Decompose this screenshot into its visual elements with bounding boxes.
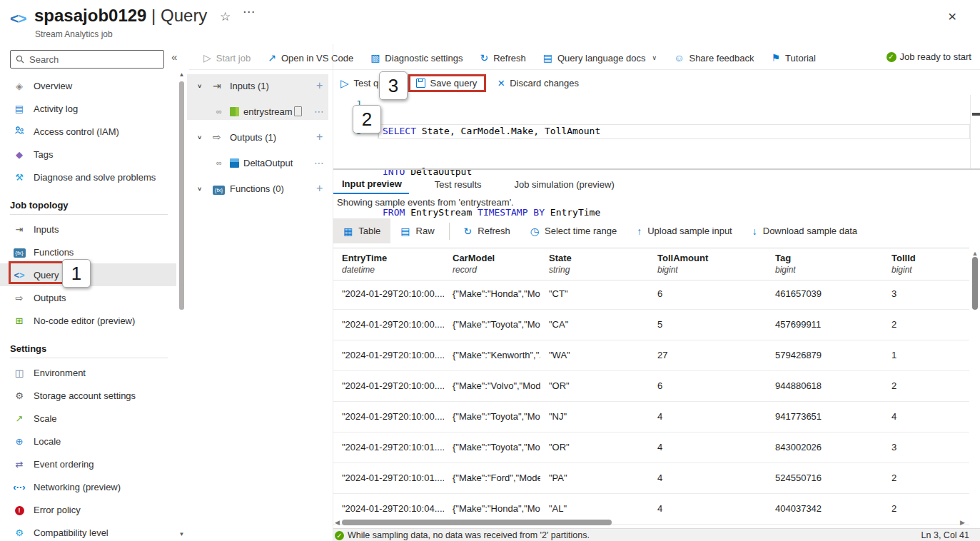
preview-toolbar: ▦Table ▤Raw ↻Refresh ◷Select time range … (333, 218, 867, 243)
scroll-up-icon[interactable]: ▲ (178, 71, 186, 78)
table-vertical-scrollbar[interactable]: ▲ ▼ (970, 250, 980, 541)
sidebar-scrollbar[interactable]: ▲ ▼ (178, 71, 186, 541)
sidebar-item-tags[interactable]: ◆Tags (0, 143, 176, 166)
sample-events-text: Showing sample events from 'entrystream'… (337, 197, 514, 208)
scroll-right-icon[interactable]: ▶ (960, 519, 965, 526)
tree-group-functions[interactable]: ∨ {fx} Functions (0) + (186, 178, 333, 198)
table-cell: "2024-01-29T20:10:00.... (333, 340, 444, 370)
raw-view-button[interactable]: ▤Raw (390, 218, 444, 243)
table-cell: {"Make":"Toyota","Mo... (444, 310, 540, 340)
sidebar-item-storage-account-settings[interactable]: ⚙Storage account settings (0, 384, 176, 407)
more-options-icon[interactable]: ⋯ (243, 4, 255, 19)
outputs-icon: ⇨ (13, 293, 26, 303)
sidebar-item-no-code-editor[interactable]: ⊞No-code editor (preview) (0, 309, 176, 332)
table-view-button[interactable]: ▦Table (333, 218, 390, 243)
sidebar-item-scale[interactable]: ↗Scale (0, 407, 176, 430)
event-hub-icon (230, 107, 239, 116)
table-cell: 2 (883, 371, 969, 401)
section-heading-settings: Settings (0, 340, 176, 356)
sidebar-item-outputs[interactable]: ⇨Outputs (0, 286, 176, 309)
search-input[interactable]: Search (10, 50, 164, 69)
table-horizontal-scrollbar[interactable]: ◀ ▶ (333, 518, 969, 527)
scroll-left-icon[interactable]: ◀ (335, 519, 340, 526)
add-function-button[interactable]: + (316, 182, 323, 195)
refresh-sample-button[interactable]: ↻Refresh (454, 218, 520, 243)
section-heading-job-topology: Job topology (0, 197, 176, 213)
favorite-star-icon[interactable]: ☆ (220, 9, 231, 24)
table-cell: 1 (883, 340, 969, 370)
table-cell: "WA" (540, 340, 649, 370)
discard-changes-button[interactable]: ×Discard changes (497, 76, 579, 91)
sql-code-editor[interactable]: 1 2 3 SELECT State, CarModel.Make, TollA… (333, 95, 980, 168)
sidebar-item-diagnose[interactable]: ⚒Diagnose and solve problems (0, 166, 176, 188)
sidebar-item-networking[interactable]: ‹··›Networking (preview) (0, 475, 176, 498)
close-icon[interactable]: × (948, 8, 956, 25)
table-row: "2024-01-29T20:10:00.... {"Make":"Kenwor… (333, 340, 969, 371)
sidebar-item-environment[interactable]: ◫Environment (0, 361, 176, 384)
search-icon (16, 55, 24, 64)
download-icon: ↓ (752, 226, 757, 237)
divider (10, 214, 168, 215)
sidebar-item-access-control[interactable]: Access control (IAM) (0, 120, 176, 143)
sidebar-item-overview[interactable]: ◈Overview (0, 74, 176, 97)
sidebar-scroll-thumb[interactable] (179, 81, 184, 310)
sidebar-item-inputs[interactable]: ⇥Inputs (0, 218, 176, 241)
entrystream-menu-icon[interactable]: ⋯ (314, 106, 324, 117)
divider (10, 358, 168, 358)
document-icon (294, 106, 302, 116)
tree-item-label: entrystream (243, 106, 293, 117)
upload-icon: ↑ (637, 226, 642, 237)
outputs-icon: ⇨ (213, 131, 221, 143)
add-input-button[interactable]: + (316, 79, 323, 92)
save-query-button[interactable]: Save query (430, 78, 478, 89)
tree-item-entrystream[interactable]: ∞ entrystream ⋯ (186, 101, 333, 121)
column-header: TollAmount (657, 253, 767, 263)
table-cell: {"Make":"Ford","Model... (444, 463, 540, 493)
scroll-down-icon[interactable]: ▼ (178, 531, 186, 537)
delta-output-icon (230, 158, 239, 168)
tools-icon: ⚒ (13, 172, 26, 183)
horizontal-scroll-thumb[interactable] (342, 520, 612, 525)
table-cell: 4 (649, 463, 767, 493)
tab-input-preview[interactable]: Input preview (333, 174, 409, 194)
table-cell: 27 (649, 340, 767, 370)
table-row: "2024-01-29T20:10:01.... {"Make":"Ford",… (333, 463, 969, 494)
download-sample-data-button[interactable]: ↓Download sample data (742, 218, 867, 243)
deltaoutput-menu-icon[interactable]: ⋯ (314, 157, 324, 168)
select-time-range-button[interactable]: ◷Select time range (520, 218, 627, 243)
tree-group-inputs[interactable]: ∨ ⇥ Inputs (1) + (186, 76, 333, 96)
tab-job-simulation[interactable]: Job simulation (preview) (506, 174, 622, 194)
chevron-down-icon[interactable]: ∨ (197, 186, 202, 192)
chevron-down-icon[interactable]: ∨ (197, 83, 202, 89)
sidebar-item-activity-log[interactable]: ▤Activity log (0, 97, 176, 120)
play-icon: ▷ (340, 77, 349, 90)
sidebar-item-error-policy[interactable]: !Error policy (0, 498, 176, 521)
tab-test-results[interactable]: Test results (426, 174, 489, 194)
chevron-down-icon[interactable]: ∨ (197, 134, 202, 141)
table-cell: "CA" (540, 310, 649, 340)
networking-icon: ‹··› (13, 482, 26, 492)
search-placeholder: Search (29, 54, 59, 65)
sidebar-item-event-ordering[interactable]: ⇄Event ordering (0, 452, 176, 475)
table-cell: 843002026 (767, 433, 883, 462)
table-cell: "2024-01-29T20:10:00.... (333, 371, 444, 401)
column-header: TollId (891, 253, 969, 263)
sidebar-item-locale[interactable]: ⊕Locale (0, 430, 176, 452)
sidebar-item-compatibility-level[interactable]: ⚙Compatibility level (0, 521, 176, 541)
table-cell: 3 (883, 433, 969, 462)
save-icon (416, 79, 425, 88)
tree-group-outputs[interactable]: ∨ ⇨ Outputs (1) + (186, 127, 333, 147)
collapse-panel-icon[interactable]: « (171, 51, 177, 63)
scroll-up-icon[interactable]: ▲ (970, 250, 980, 257)
add-output-button[interactable]: + (316, 131, 323, 143)
table-row: "2024-01-29T20:10:00.... {"Make":"Volvo"… (333, 371, 969, 402)
table-cell: "PA" (540, 463, 649, 493)
table-cell: 461657039 (767, 279, 883, 309)
start-job-button[interactable]: ▷Start job (203, 52, 251, 64)
upload-sample-input-button[interactable]: ↑Upload sample input (627, 218, 742, 243)
table-cell: 3 (883, 279, 969, 309)
editor-resize-handle[interactable] (333, 168, 980, 170)
scale-icon: ↗ (13, 413, 26, 424)
tree-item-deltaoutput[interactable]: ∞ DeltaOutput ⋯ (186, 153, 333, 173)
vertical-scroll-thumb[interactable] (972, 257, 978, 310)
